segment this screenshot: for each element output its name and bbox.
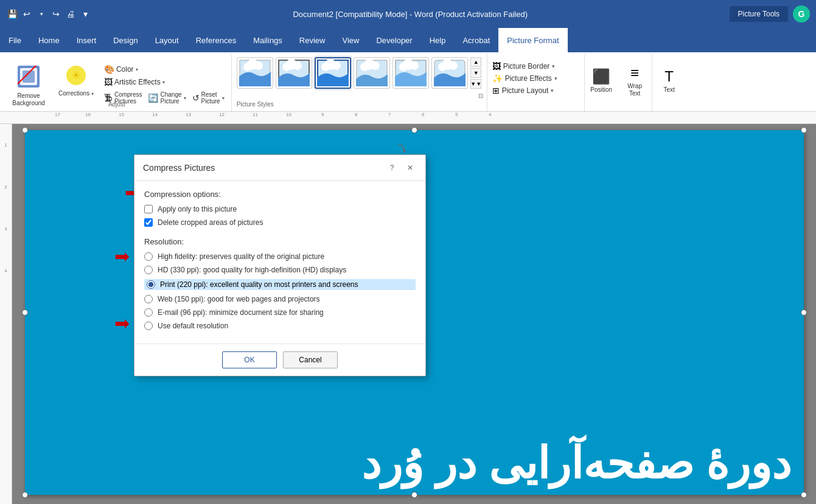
artistic-effects-button[interactable]: 🖼 Artistic Effects ▾ [102,76,226,88]
color-button[interactable]: 🎨 Color ▾ [102,63,226,75]
picture-effects-button[interactable]: ✨ Picture Effects ▾ [492,72,579,85]
ruler-tick-14: 14 [152,112,158,117]
menu-view[interactable]: View [333,28,368,52]
picture-layout-button[interactable]: ⊞ Picture Layout ▾ [492,85,579,97]
resolution-web-label[interactable]: Web (150 ppi): good for web pages and pr… [158,295,320,303]
picture-styles-expand[interactable]: ⊡ [478,92,483,99]
dialog-body: Compression options: Apply only to this … [134,181,425,343]
ribbon-group-picture-properties: 🖼 Picture Border ▾ ✨ Picture Effects ▾ ⊞… [487,55,585,111]
menu-acrobat[interactable]: Acrobat [454,28,498,52]
svg-point-17 [332,61,341,70]
menu-layout[interactable]: Layout [147,28,187,52]
ruler-tick-11: 11 [253,112,258,117]
resolution-default-radio[interactable] [144,322,153,330]
menu-home[interactable]: Home [30,28,68,52]
resolution-hd-row: HD (330 ppi): good quality for high-defi… [144,266,416,274]
selection-handle-bl[interactable] [22,492,28,498]
delete-cropped-label[interactable]: Delete cropped areas of pictures [158,218,263,227]
ribbon: RemoveBackground ☀ Corrections ▾ 🎨 Color… [0,52,816,112]
dialog-titlebar: Compress Pictures ? ✕ [134,155,425,181]
svg-point-25 [410,61,419,70]
selection-handle-tr[interactable] [801,127,807,133]
window-title: Document2 [Compatibility Mode] - Word (P… [91,10,730,19]
delete-cropped-checkbox[interactable] [144,218,153,227]
resolution-high-fidelity-row: High fidelity: preserves quality of the … [144,252,416,261]
ruler-tick-16: 16 [85,112,91,117]
menu-picture-format[interactable]: Picture Format [498,28,567,52]
color-icon: 🎨 [104,64,114,74]
position-button[interactable]: ⬛ Position [585,55,618,111]
save-icon[interactable]: 💾 [6,8,18,20]
grammarly-button[interactable]: G [793,5,810,22]
apply-only-checkbox[interactable] [144,205,153,213]
resolution-email-radio[interactable] [144,308,153,317]
position-label: Position [590,86,612,94]
picture-style-scroll: ▲ ▼ ▼▼ [470,57,481,89]
resolution-hd-radio[interactable] [144,266,153,274]
picture-style-2[interactable] [276,57,312,89]
compression-options-label: Compression options: [144,190,416,199]
ruler-tick-9: 9 [321,112,324,117]
menu-help[interactable]: Help [421,28,455,52]
scroll-down-button[interactable]: ▼ [470,68,481,78]
svg-point-21 [371,61,380,70]
adjust-group-label: Adjust [2,101,231,108]
selection-handle-tc[interactable] [411,127,417,133]
print-icon[interactable]: 🖨 [65,8,77,20]
redo-icon[interactable]: ↪ [50,8,62,20]
menu-developer[interactable]: Developer [368,28,420,52]
ruler-tick-15: 15 [119,112,124,117]
menu-file[interactable]: File [0,28,30,52]
picture-style-5[interactable] [392,57,429,89]
menu-mailings[interactable]: Mailings [245,28,291,52]
menu-references[interactable]: References [187,28,245,52]
picture-style-3[interactable] [315,57,351,89]
picture-style-6[interactable] [431,57,468,89]
picture-layout-label: Picture Layout [502,86,549,95]
document-area: دورهٔ صفحه‌آرایی در وُرد ➡ ➡ ➡ Compress … [12,124,816,504]
resolution-high-fidelity-label[interactable]: High fidelity: preserves quality of the … [158,252,324,261]
position-icon: ⬛ [592,68,610,85]
dialog-help-button[interactable]: ? [385,161,399,174]
resolution-default-label[interactable]: Use default resolution [158,322,228,330]
cancel-button[interactable]: Cancel [283,351,338,368]
color-dropdown-arrow: ▾ [136,67,138,72]
picture-border-button[interactable]: 🖼 Picture Border ▾ [492,60,579,72]
apply-only-label[interactable]: Apply only to this picture [158,205,237,213]
resolution-print-label[interactable]: Print (220 ppi): excellent quality on mo… [160,280,358,289]
resolution-print-radio[interactable] [147,280,155,289]
ok-button[interactable]: OK [222,351,277,368]
color-label: Color [116,65,134,74]
title-bar: 💾 ↩ ▾ ↪ 🖨 ▾ Document2 [Compatibility Mod… [0,0,816,28]
picture-style-4[interactable] [354,57,390,89]
corrections-button[interactable]: ☀ Corrections ▾ [55,60,97,100]
ruler-tick-8: 8 [355,112,357,117]
picture-style-1[interactable] [237,57,273,89]
dialog-title: Compress Pictures [143,163,215,173]
undo-icon[interactable]: ↩ [21,8,33,20]
corrections-icon: ☀ [63,62,89,89]
title-bar-right: Picture Tools G [730,5,810,22]
resolution-web-radio[interactable] [144,295,153,303]
resolution-high-fidelity-radio[interactable] [144,252,153,261]
undo-dropdown-icon[interactable]: ▾ [35,8,47,20]
selection-handle-tl[interactable] [22,127,28,133]
picture-styles-group-label: Picture Styles [237,101,274,108]
menu-design[interactable]: Design [105,28,146,52]
dialog-close-button[interactable]: ✕ [403,161,417,174]
text-button[interactable]: T Text [657,61,682,106]
scroll-more-button[interactable]: ▼▼ [470,79,481,89]
resolution-hd-label[interactable]: HD (330 ppi): good quality for high-defi… [158,266,346,274]
picture-layout-icon: ⊞ [492,86,500,95]
selection-handle-ml[interactable] [22,309,28,316]
selection-handle-mr[interactable] [801,309,807,316]
picture-border-arrow: ▾ [552,63,555,69]
menu-review[interactable]: Review [291,28,334,52]
ribbon-group-arrange: ⬛ Position ≡ WrapText [585,55,652,111]
resolution-email-label[interactable]: E-mail (96 ppi): minimize document size … [158,308,324,317]
menu-insert[interactable]: Insert [68,28,105,52]
svg-text:☀: ☀ [71,69,81,81]
wrap-text-button[interactable]: ≡ WrapText [618,55,652,111]
scroll-up-button[interactable]: ▲ [470,57,481,67]
customize-qat-icon[interactable]: ▾ [79,8,91,20]
